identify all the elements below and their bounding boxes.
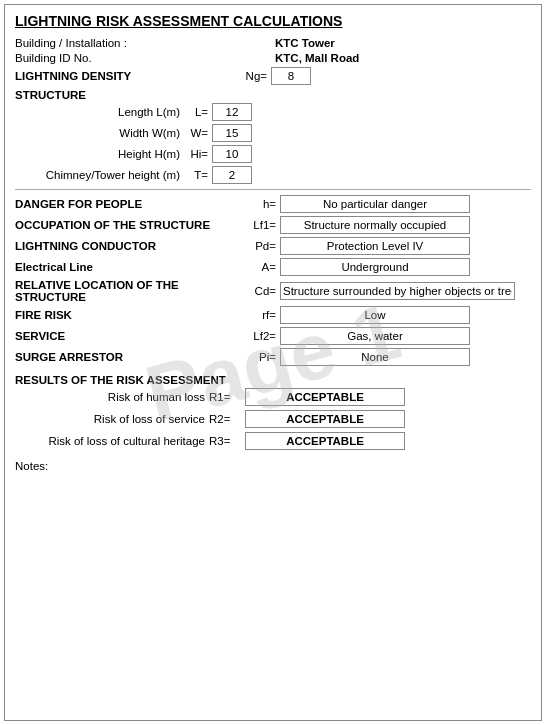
building-id-row: Building ID No. KTC, Mall Road [15,52,531,64]
width-eq: W= [184,127,208,139]
fire-label: FIRE RISK [15,309,240,321]
length-eq: L= [184,106,208,118]
structure-label: STRUCTURE [15,89,531,101]
length-label: Length L(m) [25,106,180,118]
relative-label: RELATIVE LOCATION OF THE STRUCTURE [15,279,240,303]
r1-input[interactable] [245,388,405,406]
height-row: Height H(m) Hi= [15,145,531,163]
service-eq: Lf2= [240,330,276,342]
building-id-label: Building ID No. [15,52,145,64]
electrical-input[interactable] [280,258,470,276]
relative-row: RELATIVE LOCATION OF THE STRUCTURE Cd= [15,279,531,303]
lightning-density-row: LIGHTNING DENSITY Ng= [15,67,531,85]
chimney-eq: T= [184,169,208,181]
height-input[interactable] [212,145,252,163]
r2-row: Risk of loss of service R2= [15,410,531,428]
conductor-label: LIGHTNING CONDUCTOR [15,240,240,252]
service-input[interactable] [280,327,470,345]
lightning-density-input[interactable] [271,67,311,85]
r1-row: Risk of human loss R1= [15,388,531,406]
occupation-row: OCCUPATION OF THE STRUCTURE Lf1= [15,216,531,234]
r3-input[interactable] [245,432,405,450]
surge-label: SURGE ARRESTOR [15,351,240,363]
surge-eq: Pi= [240,351,276,363]
danger-row: DANGER FOR PEOPLE h= [15,195,531,213]
building-label: Building / Installation : [15,37,145,49]
r2-input[interactable] [245,410,405,428]
chimney-row: Chimney/Tower height (m) T= [15,166,531,184]
building-row: Building / Installation : KTC Tower [15,37,531,49]
occupation-input[interactable] [280,216,470,234]
results-title: RESULTS OF THE RISK ASSESSMENT [15,374,531,386]
lightning-density-eq: Ng= [235,70,267,82]
electrical-label: Electrical Line [15,261,240,273]
r1-label: Risk of human loss [15,391,205,403]
surge-input[interactable] [280,348,470,366]
fire-input[interactable] [280,306,470,324]
r3-label: Risk of loss of cultural heritage [15,435,205,447]
surge-row: SURGE ARRESTOR Pi= [15,348,531,366]
electrical-eq: A= [240,261,276,273]
lightning-density-label: LIGHTNING DENSITY [15,70,235,82]
danger-label: DANGER FOR PEOPLE [15,198,240,210]
r3-eq: R3= [209,435,241,447]
page-title: LIGHTNING RISK ASSESSMENT CALCULATIONS [15,13,531,29]
r1-eq: R1= [209,391,241,403]
width-label: Width W(m) [25,127,180,139]
conductor-input[interactable] [280,237,470,255]
building-id-value: KTC, Mall Road [275,52,359,64]
fire-row: FIRE RISK rf= [15,306,531,324]
danger-input[interactable] [280,195,470,213]
building-value: KTC Tower [275,37,335,49]
height-eq: Hi= [184,148,208,160]
r3-row: Risk of loss of cultural heritage R3= [15,432,531,450]
height-label: Height H(m) [25,148,180,160]
length-row: Length L(m) L= [15,103,531,121]
relative-eq: Cd= [240,285,276,297]
service-row: SERVICE Lf2= [15,327,531,345]
conductor-eq: Pd= [240,240,276,252]
occupation-label: OCCUPATION OF THE STRUCTURE [15,219,240,231]
chimney-input[interactable] [212,166,252,184]
fire-eq: rf= [240,309,276,321]
conductor-row: LIGHTNING CONDUCTOR Pd= [15,237,531,255]
width-input[interactable] [212,124,252,142]
occupation-eq: Lf1= [240,219,276,231]
relative-input[interactable] [280,282,515,300]
length-input[interactable] [212,103,252,121]
notes-label: Notes: [15,460,531,472]
service-label: SERVICE [15,330,240,342]
r2-label: Risk of loss of service [15,413,205,425]
chimney-label: Chimney/Tower height (m) [25,169,180,181]
width-row: Width W(m) W= [15,124,531,142]
danger-eq: h= [240,198,276,210]
r2-eq: R2= [209,413,241,425]
electrical-row: Electrical Line A= [15,258,531,276]
